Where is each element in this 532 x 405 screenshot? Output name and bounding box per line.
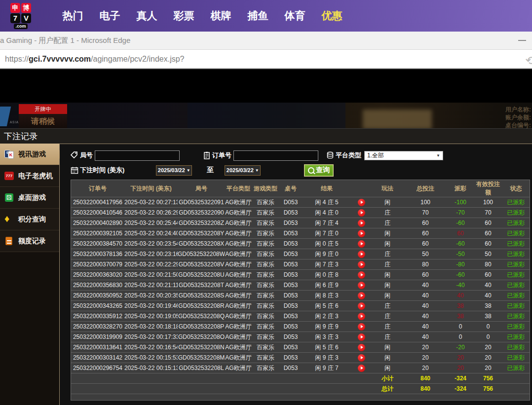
nav-item-7[interactable]: 优惠 [313,9,350,23]
table-status-card[interactable]: 开牌中 请稍候 [19,104,67,128]
valid-bet-cell: 60 [474,239,502,249]
time-cell: 2025-03-22 00:17:33 [124,332,178,342]
nav-item-6[interactable]: 体育 [276,9,313,23]
nav-item-3[interactable]: 彩票 [165,9,202,23]
game-type-cell: 百家乐 [252,249,279,259]
records-tbody: 2503220004179562025-03-22 00:27:13GD0532… [71,197,530,373]
nav-item-2[interactable]: 真人 [128,9,165,23]
sidebar-item-2[interactable]: ⚄桌面游戏 [0,187,59,209]
table-number-cell: D053 [279,363,302,373]
play-video-icon[interactable] [358,313,365,320]
platform-type-select[interactable]: 1.全部 [364,151,443,160]
play-video-icon[interactable] [358,251,365,258]
bet-side-cell: 庄 [371,332,404,342]
sidebar-item-0[interactable]: 9K视讯游戏 [0,144,59,165]
play-video-icon[interactable] [358,365,365,372]
nav-item-0[interactable]: 热门 [54,9,91,23]
play-video-icon[interactable] [358,323,365,331]
play-video-icon[interactable] [358,354,365,362]
table-row: 2503220003359122025-03-22 00:19:05GD0532… [71,311,530,322]
play-video-icon[interactable] [358,261,365,268]
sidebar-item-1[interactable]: 777电子老虎机 [0,165,59,187]
total-bet-cell: 80 [404,259,447,270]
payout-cell: -20 [447,342,474,353]
address-bar[interactable]: https://gci.7vvvvvv.com/agingame/pcv2/in… [0,49,532,69]
slot-machine-icon: 777 [4,171,15,182]
order-cell: 250322000363020 [71,270,124,280]
order-cell: 250322000378136 [71,249,124,259]
round-cell: GD0532532208R [178,301,225,311]
play-video-icon[interactable] [358,271,365,279]
valid-bet-cell: 0 [474,332,502,342]
time-cell: 2025-03-22 00:27:13 [124,197,178,208]
result-cell: 闲 8 庄 3 [302,291,351,301]
valid-bet-cell: 50 [474,249,502,259]
table-row: 2503220003845702025-03-22 00:23:54GD0532… [71,239,530,249]
game-type-cell: 百家乐 [252,270,279,280]
play-video-icon[interactable] [358,220,365,227]
nav-item-1[interactable]: 电子 [91,9,128,23]
table-header-row: 订单号下注时间 (美东)局号平台类型游戏类型桌号结果玩法总投注派彩有效投注额状态 [71,180,530,197]
valid-bet-cell: 60 [474,228,502,239]
game-type-cell: 百家乐 [252,218,279,228]
sidebar-item-4[interactable]: 额度记录 [0,230,59,252]
order-number-input[interactable] [233,150,318,161]
play-video-icon[interactable] [358,302,365,310]
result-cell: 闲 9 庄 0 [302,249,351,259]
play-video-icon[interactable] [358,230,365,237]
bet-side-cell: 闲 [371,291,404,301]
payout-cell: 40 [447,291,474,301]
platform-cell: AG欧洲厅 [225,363,252,373]
table-number-cell: D053 [279,259,302,270]
play-video-icon[interactable] [358,240,365,248]
total-bet-cell: 20 [404,363,447,373]
logo-v: V [21,13,31,23]
url-text[interactable]: https://gci.7vvvvvv.com/agingame/pcv2/in… [5,55,185,64]
round-cell: GD0532532208O [178,332,225,342]
result-cell: 闲 4 庄 0 [302,208,351,218]
play-video-icon[interactable] [358,199,365,206]
nav-item-4[interactable]: 棋牌 [202,9,239,23]
table-number-cell: D053 [279,270,302,280]
date-from-picker[interactable]: 2025/03/22 [156,165,192,176]
column-header-11: 有效投注额 [474,180,502,197]
order-cell: 250322000343265 [71,301,124,311]
search-icon [308,167,314,174]
status-cell: 已派彩 [502,280,530,291]
play-video-icon[interactable] [358,344,365,351]
banner-photo-fragment [0,107,11,126]
search-button[interactable]: 查询 [304,164,334,177]
play-cell [351,332,371,342]
total-bet-cell: 40 [404,311,447,322]
main-content: 局号 订单号 平台类型 1.全部 下注时间 (美东 [60,144,532,405]
sidebar-item-3[interactable]: ♦积分查询 [0,209,59,230]
play-video-icon[interactable] [358,282,365,289]
table-number-label: 桌台编号: [505,121,531,128]
play-cell [351,291,371,301]
table-row: 2503220003700792025-03-22 00:22:29GD0532… [71,259,530,270]
play-video-icon[interactable] [358,292,365,299]
time-cell: 2025-03-22 00:21:50 [124,270,178,280]
play-video-icon[interactable] [358,209,365,217]
payout-cell: -50 [447,249,474,259]
minimize-icon[interactable] [518,37,526,43]
payout-cell: 0 [447,322,474,332]
nav-item-5[interactable]: 捕鱼 [239,9,276,23]
bet-side-cell: 庄 [371,301,404,311]
banner-photo-table [363,110,432,128]
round-number-input[interactable] [95,150,180,161]
result-cell: 闲 3 庄 3 [302,332,351,342]
date-to-picker[interactable]: 2025/03/22 [225,165,261,176]
bet-side-cell: 庄 [371,218,404,228]
platform-cell: AG欧洲厅 [225,239,252,249]
platform-cell: AG欧洲厅 [225,322,252,332]
table-number-cell: D053 [279,208,302,218]
round-number-label: 局号 [71,151,93,160]
platform-cell: AG欧洲厅 [225,280,252,291]
refresh-icon[interactable]: ⟲ [525,54,532,68]
site-logo[interactable]: 申 博 7 V .com [7,3,35,29]
order-cell: 250322000313641 [71,342,124,353]
game-type-cell: 百家乐 [252,208,279,218]
total-bet-cell: 20 [404,353,447,363]
play-video-icon[interactable] [358,333,365,341]
